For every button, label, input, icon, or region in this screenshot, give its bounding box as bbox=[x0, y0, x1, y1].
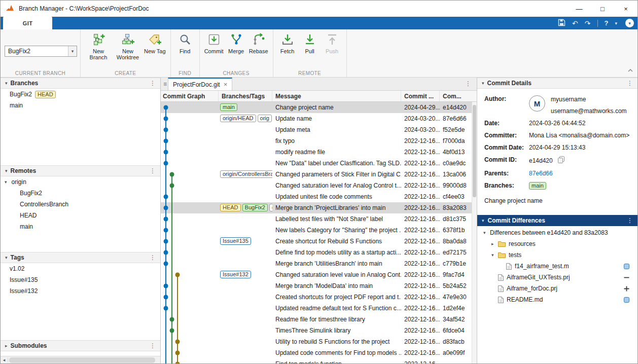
fetch-button[interactable]: Fetch bbox=[276, 30, 299, 54]
remote-item[interactable]: BugFix2 bbox=[1, 188, 160, 199]
new-tag-button[interactable]: New Tag bbox=[143, 30, 167, 60]
expander-icon[interactable]: ▾ bbox=[491, 252, 498, 258]
save-icon[interactable] bbox=[558, 19, 565, 28]
commit-row[interactable]: Created shortcuts for project PDF report… bbox=[161, 292, 472, 303]
commit-row[interactable]: Issue#132Changed saturation level value … bbox=[161, 269, 472, 280]
commit-row[interactable]: Merge branch 'ModelData' into main2022-1… bbox=[161, 280, 472, 292]
diff-tree-item[interactable]: Aiframe_forDoc.prj bbox=[477, 283, 637, 294]
remote-item[interactable]: ▾origin bbox=[1, 176, 160, 188]
diff-tree-item[interactable]: AiframeGit_UXTests.prj bbox=[477, 272, 637, 283]
tags-panel-header[interactable]: ▾ Tags ⋮ bbox=[1, 252, 160, 263]
commit-details-menu-icon[interactable]: ⋮ bbox=[627, 80, 633, 87]
panel-menu-icon[interactable]: ≡ bbox=[163, 81, 167, 88]
ref-chip[interactable]: HEAD bbox=[220, 204, 241, 211]
remotes-panel-header[interactable]: ▾ Remotes ⋮ bbox=[1, 165, 160, 176]
table-menu-icon[interactable]: ⋮ bbox=[465, 80, 471, 87]
ref-chip[interactable]: Issue#132 bbox=[220, 271, 251, 278]
commit-row[interactable]: origin/ControllersBranchChanged paramete… bbox=[161, 169, 472, 180]
ref-chip[interactable]: origin/ControllersBranch bbox=[220, 170, 272, 178]
ref-chip[interactable]: Issue#135 bbox=[220, 237, 251, 245]
commit-row[interactable]: Update meta2024-03-20...f52e5de bbox=[161, 124, 472, 135]
ref-chip[interactable]: BugFix2 bbox=[242, 204, 268, 211]
commit-row[interactable]: New "Data" label under Clasffication. Ta… bbox=[161, 158, 472, 169]
sidebar-horizontal-scrollbar[interactable]: ◂ bbox=[1, 356, 160, 363]
new-branch-button[interactable]: New Branch bbox=[84, 30, 113, 60]
tab-git[interactable]: GIT bbox=[3, 17, 52, 29]
expander-icon[interactable]: ▾ bbox=[482, 218, 484, 223]
commit-row[interactable]: Define find top models utility as a star… bbox=[161, 247, 472, 258]
help-icon[interactable]: ? bbox=[605, 19, 609, 27]
expander-icon[interactable]: ▾ bbox=[483, 230, 490, 235]
diff-tree-item[interactable]: ▸resources bbox=[477, 238, 637, 249]
commit-row[interactable]: origin/HEADorigUpdate name2024-03-20...8… bbox=[161, 113, 472, 124]
close-button[interactable]: × bbox=[614, 1, 637, 17]
diff-tree-item[interactable]: f14_airframe_test.m bbox=[477, 261, 637, 272]
remotes-menu-icon[interactable]: ⋮ bbox=[150, 167, 156, 174]
column-header-commit-id[interactable]: Com... bbox=[440, 91, 477, 101]
expander-icon[interactable]: ▾ bbox=[5, 168, 8, 173]
commit-row[interactable]: Updated unitest file code comments2022-1… bbox=[161, 191, 472, 202]
commit-row[interactable]: Updated readme default text for S Functi… bbox=[161, 303, 472, 314]
expander-icon[interactable]: ▾ bbox=[5, 81, 8, 86]
expander-icon[interactable]: ▾ bbox=[5, 255, 8, 260]
expander-icon[interactable]: ▸ bbox=[491, 241, 498, 246]
tag-item[interactable]: Issue#135 bbox=[1, 274, 160, 285]
pull-button[interactable]: Pull bbox=[299, 30, 321, 54]
diff-tree-item[interactable]: ▾Differences between e14d420 and 83a2083 bbox=[477, 227, 637, 238]
toolstrip-options-icon[interactable]: ▾ bbox=[625, 19, 634, 27]
diff-tree-item[interactable]: README.md bbox=[477, 294, 637, 305]
commit-row[interactable]: mainChange project name2024-04-29...e14d… bbox=[161, 102, 472, 113]
expander-icon[interactable]: ▸ bbox=[5, 343, 8, 348]
commit-row[interactable]: TimesThree Simulink library2022-12-16...… bbox=[161, 325, 472, 336]
chevron-down-icon[interactable]: ▾ bbox=[615, 21, 617, 26]
commit-row[interactable]: Changed saturation level for Analog Cont… bbox=[161, 180, 472, 191]
submodules-panel-header[interactable]: ▸ Submodules ⋮ bbox=[1, 340, 160, 351]
scroll-left-icon[interactable]: ◂ bbox=[1, 357, 8, 362]
column-header-commit-graph[interactable]: Commit Graph bbox=[161, 91, 219, 101]
column-header-message[interactable]: Message bbox=[272, 91, 401, 101]
remote-item[interactable]: main bbox=[1, 221, 160, 232]
ref-chip[interactable]: origin/HEAD bbox=[220, 115, 256, 122]
maximize-button[interactable]: □ bbox=[591, 1, 614, 17]
commit-row[interactable]: New labels Category for "Sharing" the pr… bbox=[161, 225, 472, 236]
expander-icon[interactable]: ▾ bbox=[5, 179, 7, 185]
commit-row[interactable]: Readme file for timesthree library2022-1… bbox=[161, 314, 472, 325]
commit-row[interactable]: Merge branch 'UtilitiesBranch' into main… bbox=[161, 258, 472, 269]
commit-row[interactable]: Labelled test files with "Not Share" lab… bbox=[161, 213, 472, 225]
tags-menu-icon[interactable]: ⋮ bbox=[150, 254, 156, 261]
parent-commit-link[interactable]: 87e6d66 bbox=[529, 170, 633, 177]
commit-row[interactable]: HEADBugFix2oMerge branch 'ProjectLibrari… bbox=[161, 202, 472, 213]
scrollbar-thumb[interactable] bbox=[9, 357, 155, 363]
remote-item[interactable]: HEAD bbox=[1, 210, 160, 221]
submodules-menu-icon[interactable]: ⋮ bbox=[150, 342, 156, 349]
commit-differences-header[interactable]: ▾ Commit Differences ⋮ bbox=[477, 215, 637, 226]
scrollbar-thumb[interactable] bbox=[473, 105, 476, 197]
column-header-branches-tags[interactable]: Branches/Tags bbox=[219, 91, 272, 101]
commit-row[interactable]: fix typo2022-12-16...f7000da bbox=[161, 135, 472, 147]
head-badge[interactable]: HEAD bbox=[35, 91, 56, 98]
document-tab[interactable]: ProjectForDoc.git × bbox=[168, 78, 232, 90]
column-header-commit-date[interactable]: Commit ... bbox=[401, 91, 440, 101]
diff-tree-item[interactable]: ▾tests bbox=[477, 249, 637, 261]
chevron-down-icon[interactable]: ▾ bbox=[68, 46, 77, 56]
copy-icon[interactable] bbox=[558, 156, 564, 165]
commit-row[interactable]: Find top models function2022-12-16... bbox=[161, 358, 472, 363]
branch-item[interactable]: BugFix2HEAD bbox=[1, 89, 160, 100]
commit-details-header[interactable]: ▾ Commit Details ⋮ bbox=[477, 78, 637, 89]
commit-row[interactable]: Utility to rebuild S Functions for the p… bbox=[161, 336, 472, 347]
undo-icon[interactable]: ↶ bbox=[572, 20, 578, 27]
merge-button[interactable]: Merge bbox=[225, 30, 247, 54]
current-branch-combobox[interactable]: BugFix2 ▾ bbox=[5, 46, 77, 57]
tag-item[interactable]: v1.02 bbox=[1, 263, 160, 274]
remote-item[interactable]: ControllersBranch bbox=[1, 199, 160, 210]
collapse-toolstrip-icon[interactable] bbox=[628, 65, 633, 74]
branches-menu-icon[interactable]: ⋮ bbox=[150, 80, 156, 87]
commit-row[interactable]: Issue#135Create shortcut for Rebuild S F… bbox=[161, 236, 472, 247]
expander-icon[interactable]: ▾ bbox=[482, 81, 484, 86]
new-worktree-button[interactable]: New Worktree bbox=[113, 30, 143, 60]
branch-item[interactable]: main bbox=[1, 100, 160, 111]
rebase-button[interactable]: Rebase bbox=[247, 30, 270, 54]
find-button[interactable]: Find bbox=[174, 30, 196, 54]
commit-differences-menu-icon[interactable]: ⋮ bbox=[627, 217, 633, 224]
redo-icon[interactable]: ↷ bbox=[585, 20, 591, 27]
